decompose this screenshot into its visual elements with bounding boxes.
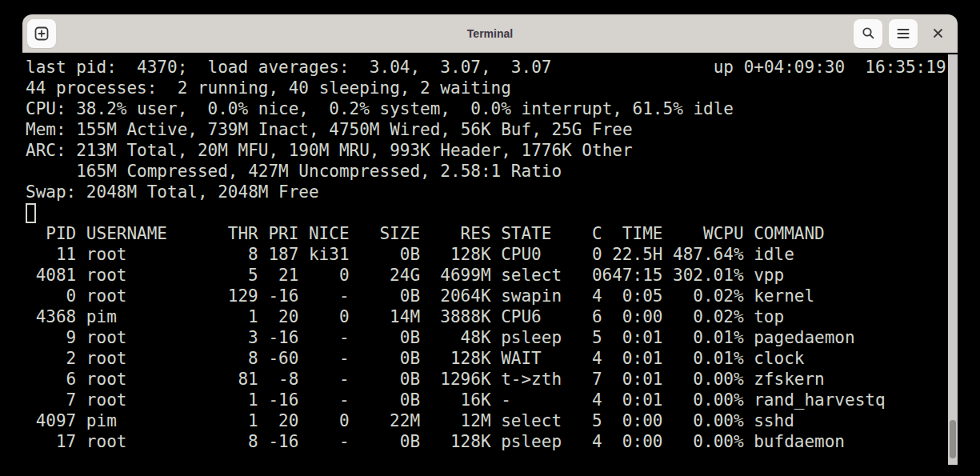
close-button[interactable] [927, 23, 948, 44]
row-cell: 487.64% [662, 244, 743, 265]
header-cell: THR [187, 223, 258, 244]
row-cell: t->zth [501, 369, 562, 390]
row-cell: 2 [26, 348, 76, 369]
row-cell: 3888K [420, 306, 491, 327]
terminal-summary: last pid: 4370; load averages: 3.04, 3.0… [26, 57, 958, 202]
row-cell: 4081 [26, 265, 76, 286]
terminal-screen[interactable]: last pid: 4370; load averages: 3.04, 3.0… [22, 54, 958, 476]
row-cell: 0B [350, 431, 421, 452]
row-cell: 8 [187, 431, 258, 452]
titlebar[interactable]: Terminal [22, 14, 958, 53]
scrollbar-track[interactable] [948, 54, 958, 465]
search-icon [862, 26, 875, 40]
terminal-line: Mem: 155M Active, 739M Inact, 4750M Wire… [26, 119, 958, 140]
window-title: Terminal [22, 27, 958, 40]
row-cell: 9 [26, 327, 76, 348]
row-cell: 24G [350, 265, 421, 286]
terminal-line: Swap: 2048M Total, 2048M Free [26, 182, 958, 202]
terminal-cursor [26, 203, 36, 223]
row-cell: CPU6 [501, 306, 562, 327]
row-cell: pim [86, 410, 187, 431]
search-button[interactable] [854, 19, 882, 48]
close-icon [932, 27, 944, 39]
row-cell: ki31 [298, 244, 349, 265]
row-cell: 0 [26, 286, 76, 306]
row-cell: 48K [420, 327, 491, 348]
row-cell: 187 [258, 244, 299, 265]
table-row: 11root8187ki310B128KCPU0022.5H487.64%idl… [26, 244, 958, 265]
row-cell: 20 [258, 306, 299, 327]
header-cell: SIZE [350, 223, 421, 244]
row-cell: 4097 [26, 410, 76, 431]
row-cell: 7 [26, 390, 76, 410]
row-cell: top [754, 306, 784, 327]
row-cell: 2064K [420, 286, 491, 306]
row-cell: - [298, 369, 349, 390]
desktop-background: Terminal [0, 0, 980, 476]
row-cell: - [298, 390, 349, 410]
row-cell: 0.00% [662, 390, 743, 410]
menu-button[interactable] [889, 19, 918, 48]
row-cell: root [86, 369, 187, 390]
row-cell: 81 [187, 369, 258, 390]
row-cell: -16 [258, 390, 299, 410]
row-cell: root [86, 327, 187, 348]
row-cell: 0:01 [602, 327, 663, 348]
row-cell: 0:01 [602, 369, 663, 390]
row-cell: psleep [501, 431, 562, 452]
row-cell: 5 [562, 410, 602, 431]
row-cell: 16K [420, 390, 491, 410]
row-cell: 0B [350, 286, 421, 306]
terminal-line: last pid: 4370; load averages: 3.04, 3.0… [26, 57, 958, 78]
terminal-window: Terminal [22, 14, 958, 476]
row-cell: root [86, 286, 187, 306]
row-cell: 17 [26, 431, 76, 452]
row-cell: 21 [258, 265, 299, 286]
table-row: 4081root521024G4699Mselect0647:15302.01%… [26, 265, 958, 286]
row-cell: 4 [562, 390, 602, 410]
row-cell: 6 [562, 306, 602, 327]
new-tab-button[interactable] [27, 19, 56, 48]
scrollbar-thumb[interactable] [950, 420, 956, 458]
row-cell: 4 [562, 431, 602, 452]
new-tab-icon [34, 26, 49, 41]
row-cell: -16 [258, 286, 299, 306]
row-cell: WAIT [501, 348, 562, 369]
row-cell: zfskern [754, 369, 825, 390]
row-cell: root [86, 390, 187, 410]
row-cell: 4 [562, 286, 602, 306]
row-cell: -60 [258, 348, 299, 369]
row-cell: pagedaemon [754, 327, 854, 348]
table-row: 7root1-16-0B16K-40:010.00%rand_harvestq [26, 390, 958, 410]
row-cell: 129 [187, 286, 258, 306]
table-row: 17root8-16-0B128Kpsleep40:000.00%bufdaem… [26, 431, 958, 452]
header-cell: RES [420, 223, 491, 244]
cursor-line [26, 202, 958, 223]
row-cell: - [298, 431, 349, 452]
row-cell: 5 [187, 265, 258, 286]
row-cell: 6 [26, 369, 76, 390]
row-cell: CPU0 [501, 244, 562, 265]
row-cell: 1 [187, 390, 258, 410]
table-row: 2root8-60-0B128KWAIT40:010.01%clock [26, 348, 958, 369]
row-cell: 0.02% [662, 286, 743, 306]
row-cell: rand_harvestq [754, 390, 885, 410]
row-cell: 1 [187, 306, 258, 327]
row-cell: swapin [501, 286, 562, 306]
row-cell: 4699M [420, 265, 491, 286]
process-table-header: PIDUSERNAMETHRPRINICESIZERESSTATECTIMEWC… [26, 223, 958, 244]
terminal-line: 165M Compressed, 427M Uncompressed, 2.58… [26, 161, 958, 182]
table-row: 9root3-16-0B48Kpsleep50:010.01%pagedaemo… [26, 327, 958, 348]
row-cell: clock [754, 348, 804, 369]
row-cell: 128K [420, 431, 491, 452]
row-cell: 3 [187, 327, 258, 348]
row-cell: - [298, 286, 349, 306]
header-cell: TIME [602, 223, 663, 244]
process-table: 11root8187ki310B128KCPU0022.5H487.64%idl… [26, 244, 958, 452]
row-cell: 11 [26, 244, 76, 265]
header-cell: COMMAND [754, 223, 825, 244]
row-cell: 22M [350, 410, 421, 431]
row-cell: idle [754, 244, 794, 265]
row-cell: 8 [187, 348, 258, 369]
row-cell: 0:00 [602, 410, 663, 431]
